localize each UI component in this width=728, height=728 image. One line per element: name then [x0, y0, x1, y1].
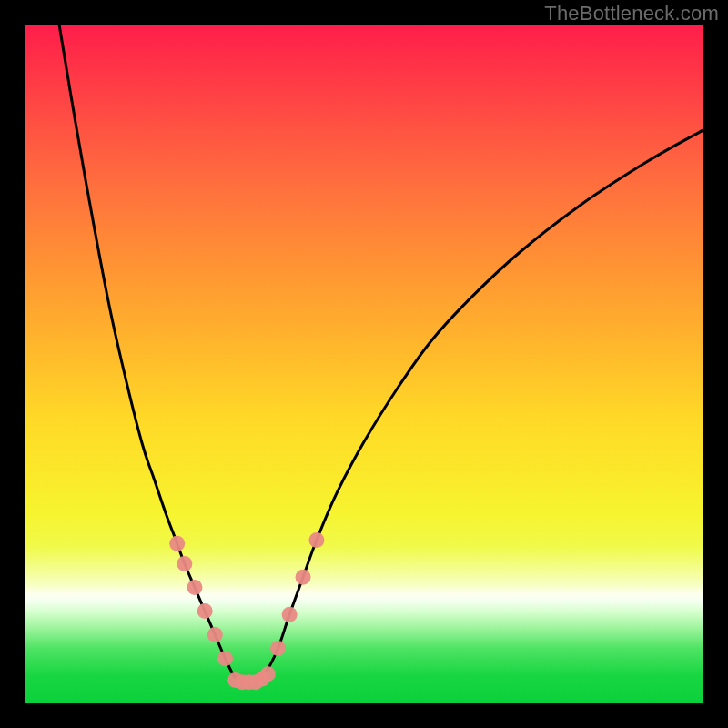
- data-marker: [177, 556, 192, 571]
- data-marker: [217, 651, 233, 666]
- data-marker: [260, 666, 276, 682]
- watermark-text: TheBottleneck.com: [544, 2, 719, 25]
- marker-layer: [169, 532, 324, 690]
- data-marker: [308, 532, 324, 548]
- data-marker: [207, 627, 223, 642]
- data-marker: [270, 641, 286, 656]
- data-marker: [282, 607, 298, 622]
- chart-svg: [25, 25, 703, 703]
- curve-layer: [59, 25, 703, 682]
- data-marker: [169, 536, 185, 551]
- chart-frame: [25, 25, 703, 703]
- data-marker: [197, 603, 213, 619]
- curve-left-curve: [59, 25, 233, 675]
- curve-right-curve: [267, 130, 703, 672]
- data-marker: [187, 580, 203, 595]
- data-marker: [296, 570, 311, 585]
